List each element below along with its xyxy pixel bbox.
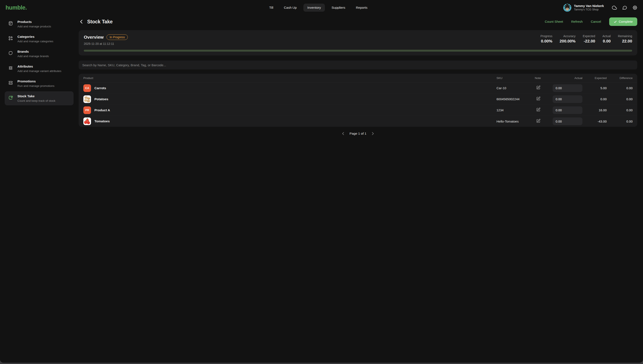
sidebar-item-brands[interactable]: BrandsAdd and manage brands — [5, 47, 74, 61]
sidebar-item-title: Brands — [18, 50, 49, 54]
sidebar-item-desc: Add and manage products — [18, 25, 51, 28]
promotions-icon — [8, 80, 13, 85]
categories-icon — [8, 36, 13, 41]
main-nav: TillCash UpInventorySuppliersReports — [265, 4, 321, 12]
sidebar-item-text: ProductsAdd and manage products — [18, 20, 51, 28]
main-content: Stock Take Count Sheet Refresh Cancel Co… — [79, 15, 321, 136]
sidebar-item-text: AttributesAdd and manage variant attribu… — [18, 64, 61, 73]
stock-take-table: ProductSKUNoteActualExpectedDifference C… — [79, 74, 321, 127]
pagination: Page 1 of 1 — [79, 132, 321, 136]
column-header-product: Product — [83, 76, 321, 80]
sidebar-item-attributes[interactable]: AttributesAdd and manage variant attribu… — [5, 62, 74, 76]
overview-title: Overview — [84, 34, 104, 40]
table-row: Potatoes60045650022440.000.00 — [79, 94, 321, 105]
sidebar-item-text: Stock TakeCount and keep track of stock — [18, 94, 56, 102]
top-bar: humble. TillCash UpInventorySuppliersRep… — [0, 0, 321, 15]
nav-tab-till[interactable]: Till — [265, 4, 277, 12]
product-avatar-image — [83, 118, 91, 125]
sidebar-item-desc: Count and keep track of stock — [18, 99, 56, 102]
page-title: Stock Take — [87, 19, 113, 25]
overview-timestamp: 2025-11-20 at 11:12:11 — [84, 42, 128, 46]
back-button[interactable] — [79, 19, 84, 24]
app-window: humble. TillCash UpInventorySuppliersRep… — [0, 0, 321, 182]
overview-card: Overview In Progress 2025-11-20 at 11:12… — [79, 30, 321, 56]
product-avatar-image — [83, 95, 91, 103]
product-name: Carrots — [94, 86, 106, 90]
brand-logo: humble. — [6, 4, 27, 11]
product-cell: PRProduct A — [83, 106, 321, 114]
sidebar: ProductsAdd and manage productsCategorie… — [0, 15, 78, 108]
product-cell: CACarrots — [83, 84, 321, 92]
status-badge: In Progress — [107, 34, 128, 40]
product-name: Tomatoes — [94, 119, 110, 123]
sidebar-item-title: Promotions — [18, 80, 54, 83]
sidebar-item-text: PromotionsRun and manage promotions — [18, 80, 54, 88]
sidebar-item-title: Attributes — [18, 64, 61, 68]
sidebar-item-desc: Add and manage variant attributes — [18, 70, 61, 73]
stocktake-icon — [8, 95, 13, 100]
sidebar-item-promotions[interactable]: PromotionsRun and manage promotions — [5, 76, 74, 90]
sidebar-item-text: CategoriesAdd and manage categories — [18, 35, 53, 43]
overview-left: Overview In Progress 2025-11-20 at 11:12… — [84, 34, 128, 46]
table-row: TomatoesHello-Tomatoes-43.000.00 — [79, 116, 321, 127]
sidebar-item-desc: Run and manage promotions — [18, 84, 54, 88]
product-avatar-initials: PR — [83, 106, 91, 114]
sidebar-item-products[interactable]: ProductsAdd and manage products — [5, 17, 74, 31]
table-header: ProductSKUNoteActualExpectedDifference — [79, 74, 321, 82]
search-bar — [79, 60, 321, 70]
product-avatar-initials: CA — [83, 84, 91, 92]
search-input[interactable] — [79, 60, 321, 70]
brands-icon — [8, 50, 13, 56]
table-row: CACarrotsCar-105.000.00 — [79, 82, 321, 94]
table-body: CACarrotsCar-105.000.00Potatoes600456500… — [79, 82, 321, 127]
attributes-icon — [8, 66, 13, 70]
sidebar-item-stock-take[interactable]: Stock TakeCount and keep track of stock — [5, 91, 74, 105]
sidebar-item-categories[interactable]: CategoriesAdd and manage categories — [5, 32, 74, 46]
product-cell: Tomatoes — [83, 118, 321, 125]
sidebar-item-title: Products — [18, 20, 51, 24]
table-row: PRProduct A123416.000.00 — [79, 105, 321, 116]
products-icon — [8, 21, 13, 26]
sidebar-item-title: Categories — [18, 35, 53, 39]
page-header: Stock Take Count Sheet Refresh Cancel Co… — [79, 16, 321, 27]
product-name: Product A — [94, 108, 110, 112]
sidebar-item-desc: Add and manage categories — [18, 40, 53, 43]
nav-tab-inventory[interactable]: Inventory — [303, 4, 321, 12]
product-cell: Potatoes — [83, 95, 321, 103]
product-name: Potatoes — [94, 97, 108, 101]
nav-tab-cash-up[interactable]: Cash Up — [280, 4, 301, 12]
progress-bar — [84, 50, 321, 52]
sidebar-item-title: Stock Take — [18, 94, 56, 98]
sidebar-item-text: BrandsAdd and manage brands — [18, 50, 49, 58]
sidebar-item-desc: Add and manage brands — [18, 54, 49, 58]
